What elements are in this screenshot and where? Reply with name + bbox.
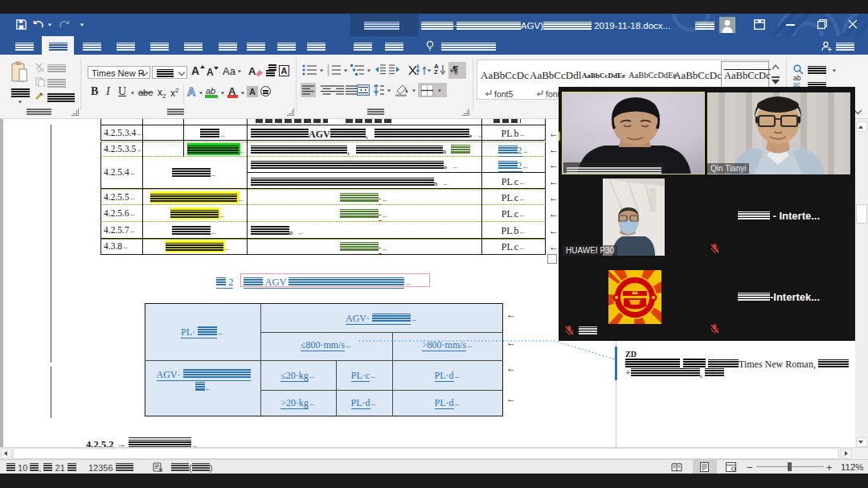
svg-text:3: 3 [327, 72, 330, 76]
